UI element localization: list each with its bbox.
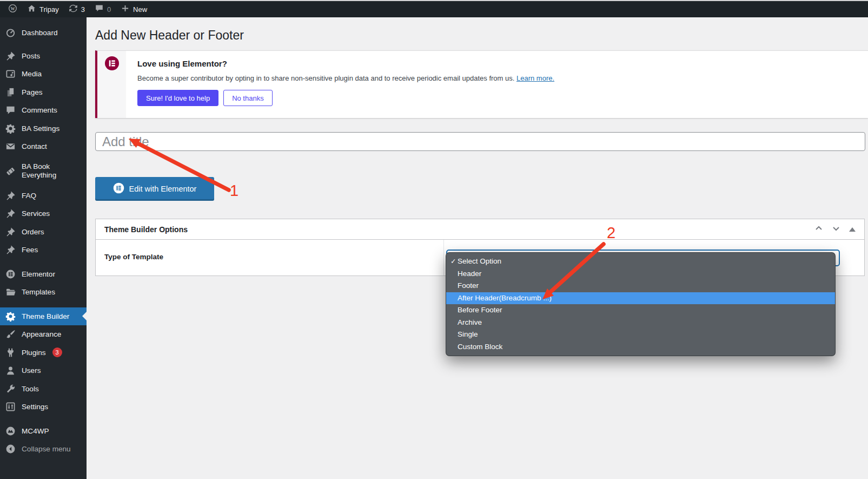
- comments-menu[interactable]: 0: [90, 1, 116, 17]
- metabox-header: Theme Builder Options: [96, 219, 864, 240]
- pin-icon: [4, 227, 16, 237]
- sidebar-item-label: MC4WP: [22, 427, 49, 435]
- dropdown-option-label: Custom Block: [458, 343, 502, 351]
- sidebar-item-comments[interactable]: Comments: [0, 101, 87, 120]
- sidebar-item-faq[interactable]: FAQ: [0, 187, 87, 205]
- updates-menu[interactable]: 3: [64, 1, 90, 17]
- pin-icon: [4, 245, 16, 255]
- move-up-icon[interactable]: [814, 224, 823, 235]
- mc4wp-icon: [4, 426, 16, 436]
- sidebar-item-label: BA Settings: [22, 124, 59, 133]
- notice-body-text: Become a super contributor by opting in …: [137, 74, 514, 82]
- wp-logo-menu[interactable]: W: [3, 1, 22, 17]
- sidebar-item-label: Orders: [22, 228, 44, 236]
- sidebar-item-label: Dashboard: [22, 29, 58, 37]
- dropdown-option-label: Footer: [458, 281, 479, 290]
- sidebar-item-templates[interactable]: Templates: [0, 283, 87, 301]
- sidebar-item-label: Templates: [22, 288, 55, 296]
- sidebar-item-users[interactable]: Users: [0, 362, 87, 380]
- move-down-icon[interactable]: [832, 224, 840, 235]
- updates-count: 3: [81, 5, 85, 14]
- sidebar-item-ba-settings[interactable]: BA Settings: [0, 120, 87, 138]
- sidebar-item-label: BA Book Everything: [22, 162, 71, 179]
- comment-bubble-icon: [95, 4, 104, 15]
- learn-more-link[interactable]: Learn more.: [516, 74, 554, 82]
- sidebar-item-label: Appearance: [22, 330, 61, 338]
- dropdown-option-label: Archive: [458, 318, 482, 326]
- sidebar-item-contact[interactable]: Contact: [0, 137, 87, 156]
- column-divider: [443, 240, 444, 275]
- step2-label: 2: [607, 224, 615, 242]
- sidebar-item-theme-builder[interactable]: Theme Builder: [0, 307, 87, 326]
- dropdown-option-header[interactable]: Header: [446, 268, 835, 280]
- menu-separator: [0, 416, 87, 422]
- sidebar-item-mc4wp[interactable]: MC4WP: [0, 422, 87, 441]
- sidebar-item-fees[interactable]: Fees: [0, 241, 87, 259]
- sidebar-item-orders[interactable]: Orders: [0, 223, 87, 241]
- metabox-title: Theme Builder Options: [104, 225, 188, 234]
- edit-with-elementor-button[interactable]: Edit with Elementor: [95, 177, 214, 201]
- notice-heading: Love using Elementor?: [137, 59, 868, 68]
- site-name-menu[interactable]: Tripay: [22, 1, 64, 17]
- media-icon: [4, 69, 16, 79]
- template-type-dropdown: ✓ Select Option Header Footer After Head…: [446, 252, 836, 356]
- dropdown-option-before-footer[interactable]: Before Footer: [446, 304, 835, 317]
- sidebar-item-ba-book-everything[interactable]: BA Book Everything: [0, 156, 87, 187]
- collapse-menu-button[interactable]: Collapse menu: [0, 440, 87, 458]
- menu-separator: [0, 301, 87, 307]
- sidebar-item-elementor[interactable]: Elementor: [0, 265, 87, 284]
- new-content-menu[interactable]: New: [116, 1, 152, 17]
- dropdown-option-select-option[interactable]: ✓ Select Option: [446, 255, 835, 268]
- sidebar-item-label: Contact: [22, 142, 47, 150]
- sidebar-item-dashboard[interactable]: Dashboard: [0, 24, 87, 42]
- sidebar-item-label: Media: [22, 70, 42, 78]
- notice-decline-button[interactable]: No thanks: [223, 90, 273, 106]
- step1-label: 1: [230, 182, 238, 200]
- svg-text:W: W: [10, 6, 15, 11]
- new-label: New: [133, 5, 147, 14]
- title-input[interactable]: [95, 132, 865, 151]
- sidebar-item-label: Services: [22, 209, 50, 218]
- plugin-icon: [4, 347, 16, 358]
- gear-icon: [4, 123, 16, 134]
- sidebar-item-label: FAQ: [22, 192, 36, 200]
- sidebar-item-settings[interactable]: Settings: [0, 398, 87, 416]
- sidebar-item-label: Posts: [22, 52, 40, 60]
- envelope-icon: [4, 141, 16, 152]
- collapse-toggle-icon[interactable]: [849, 227, 856, 232]
- plus-icon: [121, 4, 130, 15]
- sidebar-item-label: Settings: [22, 403, 48, 411]
- pages-icon: [4, 87, 16, 97]
- sidebar-item-tools[interactable]: Tools: [0, 380, 87, 398]
- sidebar-item-label: Tools: [22, 385, 39, 393]
- dropdown-option-footer[interactable]: Footer: [446, 280, 835, 292]
- admin-bar: W Tripay 3 0 New: [0, 1, 868, 17]
- sidebar-item-label: Users: [22, 366, 41, 375]
- dropdown-option-custom-block[interactable]: Custom Block: [446, 341, 835, 353]
- page-title: Add New Header or Footer: [95, 28, 244, 43]
- sidebar-item-posts[interactable]: Posts: [0, 47, 87, 65]
- dropdown-option-label: Select Option: [458, 257, 501, 265]
- ticket-icon: [4, 166, 16, 176]
- site-name: Tripay: [39, 5, 59, 14]
- menu-separator: [0, 259, 87, 265]
- comment-icon: [4, 105, 16, 115]
- notice-logo-column: [97, 51, 126, 118]
- elementor-icon: [4, 269, 16, 279]
- notice-accept-button[interactable]: Sure! I'd love to help: [137, 90, 218, 106]
- dropdown-option-archive[interactable]: Archive: [446, 317, 835, 329]
- sidebar-item-plugins[interactable]: Plugins 3: [0, 344, 87, 362]
- dropdown-option-after-header[interactable]: After Header(Breadcrumb ...): [446, 292, 835, 305]
- sidebar-item-services[interactable]: Services: [0, 205, 87, 223]
- sidebar-item-appearance[interactable]: Appearance: [0, 325, 87, 344]
- collapse-icon: [4, 444, 16, 454]
- elementor-logo-icon: [104, 56, 120, 71]
- dropdown-option-single[interactable]: Single: [446, 329, 835, 341]
- sidebar-item-pages[interactable]: Pages: [0, 83, 87, 102]
- menu-separator: [0, 42, 87, 47]
- sidebar-item-label: Fees: [22, 246, 38, 254]
- elementor-notice: Love using Elementor? Become a super con…: [95, 50, 868, 118]
- check-icon: ✓: [450, 255, 456, 268]
- sidebar-item-media[interactable]: Media: [0, 65, 87, 83]
- pin-icon: [4, 208, 16, 219]
